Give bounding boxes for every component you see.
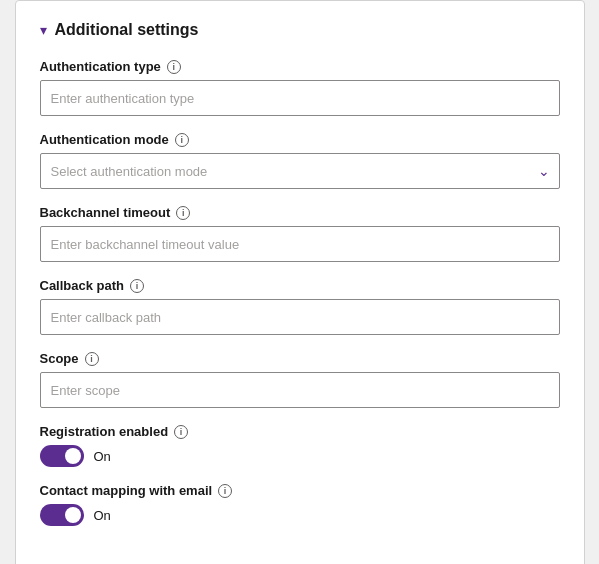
contact-mapping-status: On [94, 508, 111, 523]
scope-group: Scope i [40, 351, 560, 408]
callback-path-group: Callback path i [40, 278, 560, 335]
registration-enabled-status: On [94, 449, 111, 464]
contact-mapping-toggle-row: On [40, 504, 560, 526]
callback-path-input[interactable] [40, 299, 560, 335]
backchannel-timeout-input[interactable] [40, 226, 560, 262]
scope-info-icon[interactable]: i [85, 352, 99, 366]
authentication-mode-group: Authentication mode i Select authenticat… [40, 132, 560, 189]
authentication-type-input[interactable] [40, 80, 560, 116]
authentication-mode-select-wrapper: Select authentication mode ⌄ [40, 153, 560, 189]
registration-enabled-info-icon[interactable]: i [174, 425, 188, 439]
authentication-mode-label: Authentication mode i [40, 132, 560, 147]
toggle-thumb-2 [65, 507, 81, 523]
authentication-mode-info-icon[interactable]: i [175, 133, 189, 147]
scope-label: Scope i [40, 351, 560, 366]
authentication-mode-select[interactable]: Select authentication mode [40, 153, 560, 189]
backchannel-timeout-info-icon[interactable]: i [176, 206, 190, 220]
collapse-icon[interactable]: ▾ [40, 22, 47, 38]
authentication-type-info-icon[interactable]: i [167, 60, 181, 74]
contact-mapping-label: Contact mapping with email i [40, 483, 560, 498]
authentication-type-label: Authentication type i [40, 59, 560, 74]
scope-input[interactable] [40, 372, 560, 408]
toggle-thumb [65, 448, 81, 464]
authentication-type-group: Authentication type i [40, 59, 560, 116]
registration-enabled-toggle-row: On [40, 445, 560, 467]
additional-settings-card: ▾ Additional settings Authentication typ… [15, 0, 585, 564]
backchannel-timeout-label: Backchannel timeout i [40, 205, 560, 220]
contact-mapping-group: Contact mapping with email i On [40, 483, 560, 526]
callback-path-label: Callback path i [40, 278, 560, 293]
callback-path-info-icon[interactable]: i [130, 279, 144, 293]
section-header: ▾ Additional settings [40, 21, 560, 39]
contact-mapping-info-icon[interactable]: i [218, 484, 232, 498]
toggle-track [40, 445, 84, 467]
registration-enabled-label: Registration enabled i [40, 424, 560, 439]
section-title: Additional settings [55, 21, 199, 39]
registration-enabled-toggle[interactable] [40, 445, 84, 467]
toggle-track-2 [40, 504, 84, 526]
registration-enabled-group: Registration enabled i On [40, 424, 560, 467]
contact-mapping-toggle[interactable] [40, 504, 84, 526]
backchannel-timeout-group: Backchannel timeout i [40, 205, 560, 262]
